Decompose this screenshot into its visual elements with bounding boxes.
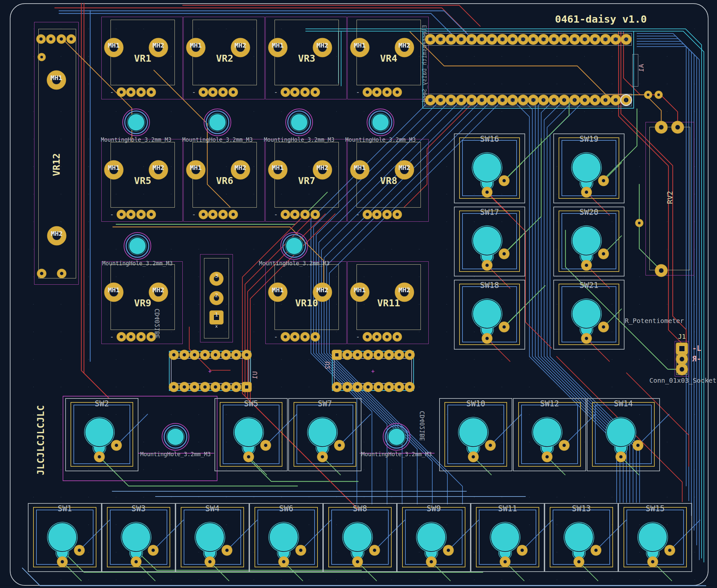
VR1-pad-4[interactable] [147, 88, 155, 97]
U1-pad-t4[interactable] [201, 350, 210, 359]
VR11-pad-3[interactable] [383, 333, 391, 341]
SW18-pad-2[interactable] [499, 322, 509, 332]
VR7-pad-4[interactable] [311, 210, 319, 219]
VR5-pad-1[interactable] [117, 210, 126, 219]
U1-pad-t7[interactable] [232, 350, 241, 359]
U2-pad-t7[interactable] [395, 350, 404, 359]
VR3-pad-4[interactable] [311, 88, 319, 97]
VR3-pad-3[interactable] [301, 88, 309, 97]
U2-pad-t1[interactable] [332, 350, 341, 359]
SW15-pad-1[interactable] [648, 557, 658, 567]
U1-pad-b2[interactable] [180, 382, 189, 392]
SW5-pad-1[interactable] [244, 452, 254, 462]
U1-pad-b1[interactable] [169, 382, 178, 392]
SW18-pad-1[interactable] [482, 334, 492, 343]
VR7-pad-3[interactable] [301, 210, 309, 219]
U2-pad-t5[interactable] [374, 350, 383, 359]
SW7-pad-1[interactable] [317, 452, 327, 462]
VR8-pad-4[interactable] [393, 210, 401, 219]
VR11-pad-2[interactable] [373, 333, 381, 341]
J1-pad-3[interactable] [676, 364, 688, 375]
SW14-pad-1[interactable] [616, 452, 626, 462]
VR8-pad-2[interactable] [373, 210, 381, 219]
SW20-pad-2[interactable] [598, 249, 608, 259]
SW3-pad-2[interactable] [148, 545, 158, 555]
SW17-pad-2[interactable] [499, 249, 509, 259]
U1-pad-b7[interactable] [232, 382, 241, 392]
VR3-pad-2[interactable] [291, 88, 299, 97]
SW5-pad-2[interactable] [261, 440, 271, 450]
SW12-pad-2[interactable] [559, 440, 569, 450]
VR12-pad-b1[interactable] [37, 269, 46, 278]
SW9-pad-1[interactable] [426, 557, 436, 567]
VR2-pad-2[interactable] [209, 88, 217, 97]
VR1-pad-3[interactable] [137, 88, 145, 97]
RV2-pad-3[interactable] [655, 265, 667, 276]
VR5-pad-2[interactable] [127, 210, 135, 219]
U2-pad-t4[interactable] [363, 350, 373, 359]
SW2-pad-1[interactable] [94, 452, 104, 462]
SW7-pad-2[interactable] [335, 440, 344, 450]
VR10-pad-3[interactable] [301, 333, 309, 341]
VR12-pad-t1[interactable] [37, 35, 45, 43]
VR10-pad-1[interactable] [281, 333, 290, 341]
U2-pad-t8[interactable] [405, 350, 414, 359]
SW20-pad-1[interactable] [582, 260, 591, 270]
VR10-pad-2[interactable] [291, 333, 299, 341]
VR12-pad-b2[interactable] [57, 269, 66, 278]
VR6-pad-3[interactable] [219, 210, 227, 219]
SW19-pad-2[interactable] [598, 176, 608, 186]
U2-pad-b7[interactable] [395, 382, 404, 392]
RV2-pad-2[interactable] [672, 121, 683, 133]
VR7-pad-2[interactable] [291, 210, 299, 219]
SW13-pad-2[interactable] [591, 545, 601, 555]
U1-pad-t1[interactable] [169, 350, 178, 359]
U2-pad-b8[interactable] [405, 382, 414, 392]
SW16-pad-1[interactable] [482, 187, 492, 197]
VR5-pad-3[interactable] [137, 210, 145, 219]
VR11-pad-4[interactable] [393, 333, 401, 341]
U1-pad-b5[interactable] [211, 382, 220, 392]
SW15-pad-2[interactable] [665, 545, 675, 555]
SW21-pad-1[interactable] [582, 334, 591, 343]
SW6-pad-1[interactable] [279, 557, 289, 567]
SW13-pad-1[interactable] [574, 557, 584, 567]
VR12-pad-t4[interactable] [67, 35, 76, 43]
VR4-pad-2[interactable] [373, 88, 381, 97]
VR12-pad-t3[interactable] [57, 35, 66, 43]
VR2-pad-1[interactable] [199, 88, 208, 97]
VR3-pad-1[interactable] [281, 88, 290, 97]
SW9-pad-2[interactable] [443, 545, 453, 555]
J1-pad-2[interactable] [676, 354, 688, 365]
U2-pad-t2[interactable] [343, 350, 352, 359]
SW2-pad-2[interactable] [111, 440, 121, 450]
VR9-pad-2[interactable] [127, 333, 135, 341]
SW8-pad-2[interactable] [370, 545, 379, 555]
SW11-pad-2[interactable] [517, 545, 527, 555]
VR6-pad-2[interactable] [209, 210, 217, 219]
VR6-pad-4[interactable] [229, 210, 237, 219]
via[interactable] [38, 54, 45, 61]
VR10-pad-4[interactable] [311, 333, 319, 341]
via[interactable] [636, 219, 643, 227]
VR7-pad-1[interactable] [281, 210, 290, 219]
SW3-pad-1[interactable] [131, 557, 141, 567]
SW8-pad-1[interactable] [353, 557, 362, 567]
VR4-pad-1[interactable] [363, 88, 372, 97]
SW6-pad-2[interactable] [296, 545, 306, 555]
SW10-pad-1[interactable] [468, 452, 478, 462]
via[interactable] [645, 91, 652, 98]
VR1-pad-2[interactable] [127, 88, 135, 97]
SW17-pad-1[interactable] [482, 260, 492, 270]
VR5-pad-4[interactable] [147, 210, 155, 219]
VR1-pad-1[interactable] [117, 88, 126, 97]
VR11-pad-1[interactable] [363, 333, 372, 341]
SW11-pad-1[interactable] [500, 557, 510, 567]
U2-pad-t6[interactable] [384, 350, 394, 359]
SW12-pad-1[interactable] [542, 452, 552, 462]
VR2-pad-3[interactable] [219, 88, 227, 97]
U2-pad-b2[interactable] [343, 382, 352, 392]
U2-pad-b1[interactable] [332, 382, 341, 392]
SW1-pad-1[interactable] [57, 557, 67, 567]
U1-pad-b4[interactable] [201, 382, 210, 392]
